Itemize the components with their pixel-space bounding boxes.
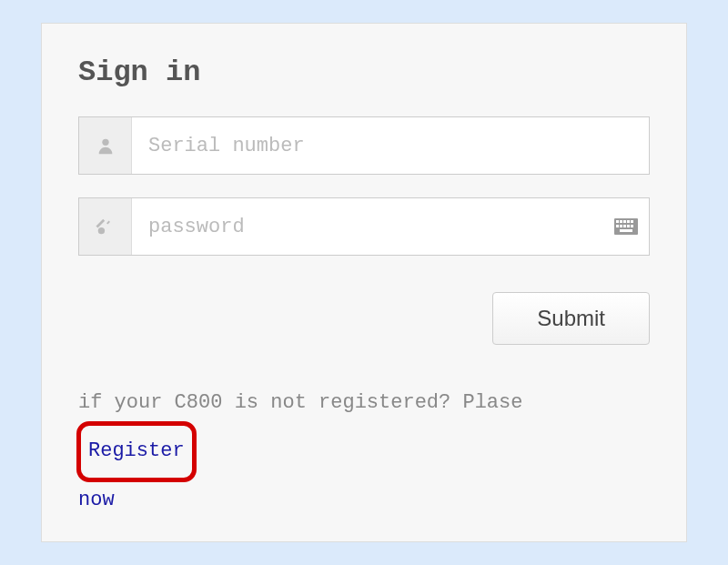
serial-input-row: [78, 116, 650, 175]
svg-rect-2: [96, 219, 105, 228]
svg-point-1: [97, 227, 104, 234]
svg-rect-8: [627, 220, 630, 223]
signin-panel: Sign in: [41, 23, 687, 542]
submit-row: Submit: [78, 292, 650, 345]
svg-rect-13: [627, 225, 630, 227]
svg-rect-15: [620, 229, 632, 232]
keyboard-icon[interactable]: [603, 198, 649, 255]
svg-point-0: [102, 139, 108, 146]
register-link[interactable]: Registernow: [78, 439, 195, 510]
svg-rect-10: [616, 225, 619, 227]
svg-rect-5: [616, 220, 619, 223]
svg-rect-7: [623, 220, 626, 223]
register-word1: Register: [76, 421, 197, 481]
password-input-row: [78, 197, 650, 256]
svg-rect-11: [620, 225, 622, 227]
svg-rect-9: [631, 220, 633, 223]
svg-rect-14: [631, 225, 633, 227]
serial-input[interactable]: [132, 117, 649, 174]
page-title: Sign in: [78, 55, 650, 89]
svg-rect-12: [623, 225, 626, 227]
submit-button[interactable]: Submit: [492, 292, 650, 345]
register-prompt: if your C800 is not registered? Plase Re…: [78, 381, 650, 522]
svg-rect-6: [620, 220, 622, 223]
user-icon: [79, 117, 132, 174]
register-prefix: if your C800 is not registered? Plase: [78, 391, 522, 414]
register-word2: now: [78, 489, 115, 511]
key-icon: [79, 198, 132, 255]
password-input[interactable]: [132, 198, 603, 255]
svg-rect-3: [106, 221, 110, 225]
